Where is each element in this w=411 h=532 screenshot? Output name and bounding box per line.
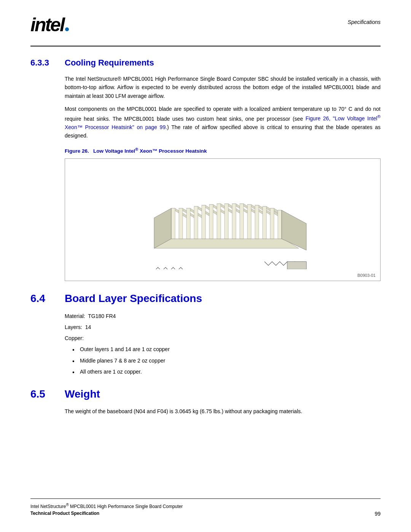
figure-26-caption: Figure 26. Low Voltage Intel® Xeon™ Proc… <box>65 147 381 154</box>
section-633-title: Cooling Requirements <box>65 58 154 68</box>
section-633-para1: The Intel NetStructure® MPCBL0001 High P… <box>65 75 381 140</box>
header-divider <box>30 46 381 46</box>
bullet-1-text: Outer layers 1 and 14 are 1 oz copper <box>80 346 170 352</box>
footer-line2: Technical Product Specification <box>30 510 183 517</box>
heatsink-svg <box>127 170 318 269</box>
copper-label: Copper: <box>65 334 381 343</box>
svg-rect-31 <box>270 208 274 239</box>
svg-rect-15 <box>209 204 213 239</box>
footer-left: Intel NetStructure® MPCBL0001 High Perfo… <box>30 502 183 517</box>
section-633-number: 6.3.3 <box>30 58 65 68</box>
layers-value: 14 <box>85 324 91 330</box>
cooling-para2: Most components on the MPCBL0001 blade a… <box>65 105 381 140</box>
svg-rect-11 <box>194 206 198 239</box>
svg-marker-3 <box>154 239 299 248</box>
svg-rect-13 <box>202 205 206 239</box>
header-section-label: Specifications <box>348 15 381 25</box>
weight-para: The weight of the baseboard (N04 and F04… <box>65 407 381 415</box>
svg-rect-23 <box>240 204 244 239</box>
section-64-content: Material: TG180 FR4 Layers: 14 Copper: O… <box>65 312 381 377</box>
heatsink-image-area <box>73 166 373 273</box>
svg-rect-19 <box>225 204 228 239</box>
logo-dot <box>65 27 69 31</box>
svg-rect-9 <box>186 208 190 239</box>
svg-rect-21 <box>232 204 236 239</box>
material-line: Material: TG180 FR4 <box>65 312 381 321</box>
bullet-2: Middle planes 7 & 8 are 2 oz copper <box>72 356 381 366</box>
section-64-title: Board Layer Specifications <box>65 292 202 305</box>
figure-title: Low Voltage Intel® Xeon™ Processor Heats… <box>91 148 207 154</box>
heatsink-figure-box: B0903-01 <box>65 158 381 281</box>
svg-rect-7 <box>179 208 183 239</box>
section-65-heading: 6.5 Weight <box>30 388 381 400</box>
section-65-number: 6.5 <box>30 388 65 400</box>
cooling-para1: The Intel NetStructure® MPCBL0001 High P… <box>65 75 381 100</box>
fins-group <box>154 204 306 269</box>
svg-rect-27 <box>255 205 259 239</box>
svg-rect-33 <box>278 210 282 239</box>
footer-page-number: 99 <box>374 511 381 517</box>
section-633-heading: 6.3.3 Cooling Requirements <box>30 58 381 68</box>
bullet-1: Outer layers 1 and 14 are 1 oz copper <box>72 345 381 354</box>
intel-logo: intel <box>30 15 69 34</box>
logo-text: intel <box>30 15 64 34</box>
footer-line1: Intel NetStructure® MPCBL0001 High Perfo… <box>30 502 183 510</box>
page-footer: Intel NetStructure® MPCBL0001 High Perfo… <box>30 498 381 517</box>
figure-label: Figure 26. <box>65 148 89 154</box>
svg-rect-25 <box>247 204 251 239</box>
section-64-number: 6.4 <box>30 292 65 305</box>
footer-doc-type: Technical Product Specification <box>30 511 99 516</box>
bullet-2-text: Middle planes 7 & 8 are 2 oz copper <box>80 358 165 364</box>
material-value: TG180 FR4 <box>88 313 116 319</box>
figure-id: B0903-01 <box>357 273 376 278</box>
svg-rect-5 <box>171 208 175 239</box>
copper-bullets: Outer layers 1 and 14 are 1 oz copper Mi… <box>72 345 381 377</box>
page-header: intel Specifications <box>30 15 381 34</box>
svg-rect-29 <box>263 206 266 239</box>
section-64-heading: 6.4 Board Layer Specifications <box>30 292 381 305</box>
footer-product: Intel NetStructure® MPCBL0001 High Perfo… <box>30 504 183 509</box>
svg-marker-37 <box>287 262 306 269</box>
page: intel Specifications 6.3.3 Cooling Requi… <box>0 0 411 532</box>
bullet-3-text: All others are 1 oz copper. <box>80 369 142 375</box>
layers-line: Layers: 14 <box>65 323 381 332</box>
bullet-3: All others are 1 oz copper. <box>72 367 381 377</box>
section-65-title: Weight <box>65 388 100 400</box>
material-label: Material: <box>65 313 85 319</box>
layers-label: Layers: <box>65 324 82 330</box>
svg-rect-17 <box>217 204 221 239</box>
section-65-content: The weight of the baseboard (N04 and F04… <box>65 407 381 415</box>
